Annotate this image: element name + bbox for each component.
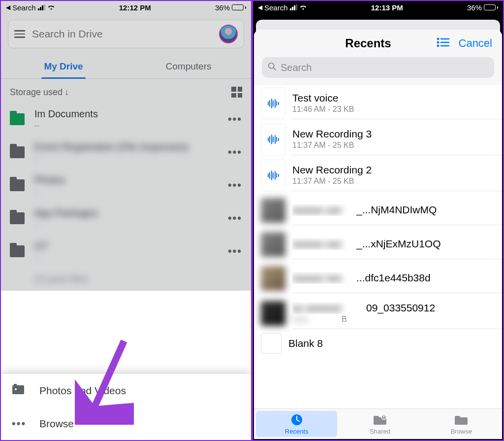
search-bar[interactable]: Search in Drive	[8, 20, 244, 48]
search-icon	[268, 62, 277, 73]
folder-icon	[454, 413, 469, 427]
status-time: 12:13 PM	[371, 3, 403, 12]
svg-point-2	[15, 388, 17, 390]
folder-icon	[10, 146, 25, 158]
bottom-tab-bar: Recents Shared Browse	[254, 408, 502, 439]
image-thumb-icon	[261, 301, 285, 326]
image-thumb-icon	[261, 333, 282, 354]
bottom-sheet: Photos and Videos ••• Browse	[1, 374, 251, 440]
more-icon[interactable]: •••	[228, 146, 242, 159]
folder-row[interactable]: GT -- •••	[1, 235, 251, 268]
svg-point-4	[437, 38, 438, 39]
folder-row[interactable]: Event Registration (File responses) -- •…	[1, 136, 251, 169]
sheet-label: Photos and Videos	[39, 385, 126, 397]
arrow-down-icon: ↓	[64, 87, 69, 98]
audio-file-icon	[261, 124, 285, 155]
cancel-button[interactable]: Cancel	[459, 37, 492, 50]
file-row[interactable]: Blank 8	[254, 331, 502, 356]
status-bar: ◀ Search 12:13 PM 36%	[253, 1, 503, 14]
search-placeholder: Search in Drive	[32, 28, 212, 40]
folder-name: GT	[34, 240, 218, 252]
shared-folder-icon	[373, 413, 387, 427]
recents-list: Test voice 11:46 AM - 23 KB New Recordin…	[254, 85, 502, 408]
tab-shared[interactable]: Shared	[339, 409, 420, 439]
battery-percent: 36%	[467, 3, 482, 12]
tab-my-drive[interactable]: My Drive	[1, 54, 126, 78]
file-row[interactable]: xx xxxxxxx09_033550912 xxxxB	[254, 295, 502, 331]
svg-point-10	[269, 63, 274, 68]
picker-title: Recents	[298, 36, 438, 50]
audio-file-icon	[261, 88, 285, 119]
more-icon[interactable]: •••	[228, 113, 242, 126]
battery-icon	[232, 4, 246, 10]
tab-computers[interactable]: Computers	[126, 54, 251, 78]
file-row[interactable]: xxxxxx xxx_...xNjExMzU1OQ	[254, 227, 502, 261]
image-thumb-icon	[261, 198, 285, 223]
grid-view-icon[interactable]	[231, 87, 242, 98]
file-row[interactable]: New Recording 3 11:37 AM - 25 KB	[254, 121, 502, 157]
tab-browse[interactable]: Browse	[421, 409, 502, 439]
wifi-icon	[299, 3, 307, 12]
folder-row[interactable]: App Packages -- •••	[1, 202, 251, 235]
folder-name: Event Registration (File responses)	[34, 141, 218, 153]
status-bar: ◀ Search 12:12 PM 36%	[1, 1, 251, 14]
tab-recents[interactable]: Recents	[256, 411, 337, 437]
file-picker-sheet: Recents Cancel Search	[254, 30, 502, 439]
sheet-photos-videos[interactable]: Photos and Videos	[1, 374, 251, 407]
sheet-browse[interactable]: ••• Browse	[1, 407, 251, 440]
file-row[interactable]: xxxxxx xxx_...NjM4NDIwMQ	[254, 193, 502, 227]
folder-row[interactable]: Photos -- •••	[1, 169, 251, 202]
sort-button[interactable]: Storage used ↓	[10, 87, 69, 98]
avatar[interactable]	[219, 25, 238, 43]
clock-icon	[289, 413, 304, 427]
svg-rect-1	[14, 384, 17, 386]
folder-row[interactable]: Im Documents -- •••	[1, 102, 251, 136]
file-row[interactable]: xxxxxx xxx...dfc1e445b38d	[254, 261, 502, 295]
status-back-label[interactable]: Search	[264, 3, 288, 12]
folder-row[interactable]: Ot pixel files	[1, 268, 251, 291]
folder-name: Im Documents	[34, 108, 218, 120]
sheet-label: Browse	[39, 418, 74, 430]
photos-icon	[12, 384, 26, 398]
file-row[interactable]: New Recording 2 11:37 AM - 25 KB	[254, 157, 502, 193]
svg-rect-0	[12, 385, 24, 394]
search-placeholder: Search	[281, 62, 312, 73]
svg-point-6	[437, 42, 438, 43]
folder-icon	[10, 113, 25, 125]
status-time: 12:12 PM	[119, 3, 151, 12]
folder-icon	[10, 179, 25, 191]
wifi-icon	[47, 3, 55, 12]
folder-name: Photos	[34, 174, 218, 186]
signal-icon	[38, 4, 45, 10]
list-view-icon[interactable]	[436, 36, 450, 50]
folder-icon	[10, 212, 25, 224]
more-icon[interactable]: •••	[228, 179, 242, 192]
status-back-label[interactable]: Search	[12, 3, 36, 12]
file-row[interactable]: Test voice 11:46 AM - 23 KB	[254, 85, 502, 121]
drive-tabs: My Drive Computers	[1, 54, 251, 79]
signal-icon	[290, 4, 297, 10]
svg-point-14	[383, 416, 384, 417]
more-icon[interactable]: •••	[228, 245, 242, 258]
image-thumb-icon	[261, 266, 285, 291]
svg-line-11	[274, 68, 276, 70]
folder-icon	[10, 245, 25, 257]
folder-name: App Packages	[34, 207, 218, 219]
image-thumb-icon	[261, 232, 285, 257]
back-chevron-icon[interactable]: ◀	[6, 4, 10, 11]
more-horiz-icon: •••	[12, 417, 26, 430]
battery-percent: 36%	[215, 3, 230, 12]
more-icon[interactable]: •••	[228, 212, 242, 225]
svg-point-8	[437, 45, 438, 46]
back-chevron-icon[interactable]: ◀	[258, 4, 262, 11]
file-list: Im Documents -- ••• Event Registration (…	[1, 102, 251, 291]
audio-file-icon	[261, 160, 285, 191]
search-input[interactable]: Search	[262, 57, 494, 78]
menu-icon[interactable]	[14, 28, 25, 40]
folder-name: Ot pixel files	[34, 273, 242, 285]
battery-icon	[484, 4, 498, 10]
